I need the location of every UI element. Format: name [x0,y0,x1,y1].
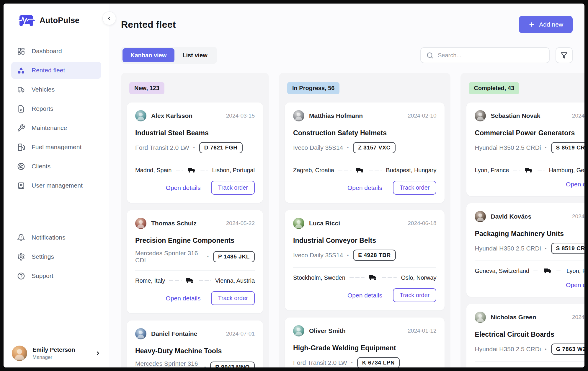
card-divider [293,267,436,268]
filter-button[interactable] [556,47,573,63]
search-icon [426,52,434,59]
view-switcher: Kanban view List view [121,47,217,64]
vehicle-model: Iveco Daily 35S14 [293,144,343,151]
separator-dot [207,253,209,261]
sidebar-item-label: Dashboard [32,48,62,55]
open-details-link[interactable]: Open details [347,292,382,299]
chevron-right-icon[interactable] [95,350,101,356]
tab-kanban-view[interactable]: Kanban view [122,48,174,62]
card-divider [293,160,436,160]
license-plate: S 8519 CRY [551,142,584,153]
license-plate: E 4928 TBR [353,250,396,261]
kanban-column-new: New, 123 Alex Karlsson 2024-03-15 Indust… [121,73,269,367]
cargo-title: Industrial Steel Beams [135,129,255,137]
avatar [475,110,486,121]
vehicle-model: Hyundai H350 2.5 CRDi [475,144,541,151]
card-divider [475,361,584,362]
route-origin: Rome, Italy [135,277,165,284]
kanban-column-in-progress: In Progress, 56 Matthias Hofmann 2024-02… [279,73,450,367]
cargo-title: Commercial Power Generators [475,129,584,137]
sidebar-item-dashboard[interactable]: Dashboard [11,43,101,60]
search-input-wrapper [420,47,550,63]
customer-name: Alex Karlsson [151,112,192,119]
sidebar-item-label: Rented fleet [32,67,65,74]
open-details-link[interactable]: Open details [566,181,584,188]
open-details-link[interactable]: Open details [566,281,584,289]
card-date: 2024-03-15 [226,113,255,119]
sidebar-footer: Emily Peterson Manager [4,339,109,367]
card-date: 2024-04-01 [572,314,584,320]
fleet-card: Alex Karlsson 2024-03-15 Industrial Stee… [127,102,263,203]
sidebar-item-notifications[interactable]: Notifications [11,229,101,246]
page-title: Rented fleet [121,19,176,30]
track-order-button[interactable]: Track order [211,181,255,195]
route-origin: Stockholm, Sweden [293,274,345,281]
cargo-title: Precision Engine Components [135,237,255,245]
route: Lyon, France Hamburg, Germany [475,167,584,174]
vehicle-model: Hyundai H350 2.5 CRDi [475,346,541,353]
separator-dot [545,244,547,253]
sidebar-collapse-button[interactable] [102,12,116,25]
user-profile[interactable]: Emily Peterson Manager [12,346,101,361]
fleet-card: Matthias Hofmann 2024-02-10 Construction… [285,102,445,203]
open-details-link[interactable]: Open details [166,295,201,302]
sidebar-item-clients[interactable]: Clients [11,158,101,175]
route-destination: Hamburg, Germany [549,167,584,174]
truck-icon [186,277,195,284]
license-plate: P 1485 JKL [213,251,255,262]
route-line [533,271,539,271]
sidebar-item-label: Fuel management [32,144,81,151]
sidebar-item-fuel-management[interactable]: Fuel management [11,139,101,156]
avatar [293,110,304,121]
app-name: AutoPulse [40,16,79,25]
sidebar-item-label: Reports [32,105,53,112]
customer-name: Matthias Hofmann [309,112,363,119]
open-details-link[interactable]: Open details [347,184,382,191]
fleet-card: Oliver Smith 2024-01-12 High-Grade Weldi… [285,318,445,367]
truck-icon [369,274,378,281]
sidebar-item-user-management[interactable]: User management [11,177,101,194]
card-date: 2024-05-22 [226,220,255,227]
sidebar-item-settings[interactable]: Settings [11,248,101,265]
search-input[interactable] [438,52,544,59]
track-order-button[interactable]: Track order [393,181,437,195]
sidebar-secondary-nav: Notifications Settings Support [4,229,109,287]
route-line [169,280,182,281]
sidebar-item-label: Notifications [32,234,65,241]
fleet-card: Sebastian Novak 2024-05-16 Commercial Po… [466,102,584,196]
route-line [176,170,183,170]
route-destination: Vienna, Austria [215,277,255,284]
separator-dot [204,363,206,367]
add-new-button[interactable]: Add new [519,16,573,33]
person-silhouette-icon [135,328,146,339]
track-order-button[interactable]: Track order [211,291,255,305]
main-content: Rented fleet Add new Kanban view List vi… [109,4,584,367]
user-card-icon [17,182,25,190]
avatar [475,312,486,323]
vehicle-model: Ford Transit 2.0 LW [293,359,347,366]
route-line [556,271,562,271]
customer-name: David Kovács [491,213,531,220]
card-date: 2024-01-12 [408,328,436,334]
sidebar-item-support[interactable]: Support [11,267,101,284]
sidebar-item-vehicles[interactable]: Vehicles [11,81,101,98]
person-silhouette-icon [475,312,486,323]
route-destination: Lisbon, Portugal [212,167,255,174]
sidebar-item-rented-fleet[interactable]: Rented fleet [11,62,101,79]
card-date: 2024-04-09 [572,213,584,220]
wrench-icon [17,124,25,132]
route-line [200,170,208,170]
license-plate: D 7621 FGH [199,142,243,153]
track-order-button[interactable]: Track order [393,288,437,302]
sidebar-item-maintenance[interactable]: Maintenance [11,119,101,136]
route: Stockholm, Sweden Oslo, Norway [293,274,436,281]
tab-list-view[interactable]: List view [174,48,215,62]
sidebar-item-reports[interactable]: Reports [11,100,101,117]
person-silhouette-icon [293,110,304,121]
column-badge-completed: Completed, 43 [469,82,519,94]
open-details-link[interactable]: Open details [166,184,201,191]
fleet-card: Daniel Fontaine 2024-07-01 Heavy-Duty Ma… [127,320,263,367]
column-badge-new: New, 123 [129,82,164,94]
cargo-title: Heavy-Duty Machine Tools [135,347,255,355]
user-circle-icon [17,162,25,170]
